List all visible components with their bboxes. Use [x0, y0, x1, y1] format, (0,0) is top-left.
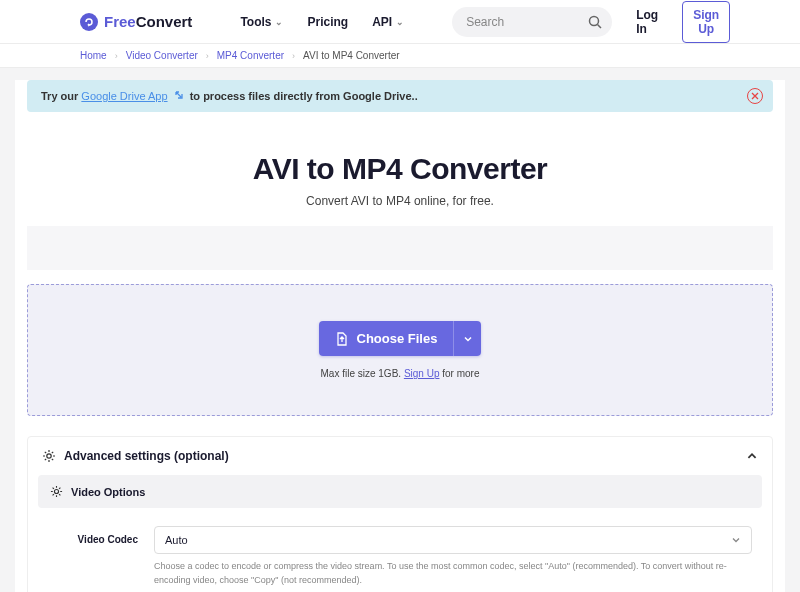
- close-icon: [751, 92, 759, 100]
- video-codec-desc: Choose a codec to encode or compress the…: [154, 560, 752, 587]
- chevron-right-icon: ›: [206, 51, 209, 61]
- page-title: AVI to MP4 Converter: [35, 152, 765, 186]
- breadcrumb: Home › Video Converter › MP4 Converter ›…: [0, 44, 800, 68]
- page-content: Try our Google Drive App to process file…: [15, 80, 785, 592]
- signup-link[interactable]: Sign Up: [404, 368, 440, 379]
- search-icon[interactable]: [588, 15, 602, 29]
- chevron-right-icon: ›: [292, 51, 295, 61]
- svg-line-1: [598, 24, 602, 28]
- gear-icon: [50, 485, 63, 498]
- page-subtitle: Convert AVI to MP4 online, for free.: [35, 194, 765, 208]
- crumb-mp4[interactable]: MP4 Converter: [217, 50, 284, 61]
- signup-button[interactable]: Sign Up: [682, 1, 730, 43]
- chevron-down-icon: [731, 535, 741, 545]
- login-link[interactable]: Log In: [636, 8, 658, 36]
- video-options-header: Video Options: [38, 475, 762, 508]
- video-codec-select[interactable]: Auto: [154, 526, 752, 554]
- gear-icon: [42, 449, 56, 463]
- crumb-video[interactable]: Video Converter: [126, 50, 198, 61]
- banner-link[interactable]: Google Drive App: [81, 90, 167, 102]
- choose-files-group: Choose Files: [319, 321, 482, 356]
- promo-banner: Try our Google Drive App to process file…: [27, 80, 773, 112]
- file-upload-icon: [335, 332, 349, 346]
- logo-icon: [80, 13, 98, 31]
- nav-tools[interactable]: Tools⌄: [240, 15, 283, 29]
- choose-files-dropdown[interactable]: [453, 321, 481, 356]
- nav-api[interactable]: API⌄: [372, 15, 404, 29]
- banner-close-button[interactable]: [747, 88, 763, 104]
- hero: AVI to MP4 Converter Convert AVI to MP4 …: [15, 124, 785, 226]
- logo-text-free: Free: [104, 13, 136, 30]
- chevron-down-icon: [463, 334, 473, 344]
- logo-text-convert: Convert: [136, 13, 193, 30]
- ad-placeholder: [27, 226, 773, 270]
- svg-point-3: [54, 489, 58, 493]
- chevron-right-icon: ›: [115, 51, 118, 61]
- logo[interactable]: FreeConvert: [80, 13, 192, 31]
- chevron-down-icon: ⌄: [396, 17, 404, 27]
- crumb-current: AVI to MP4 Converter: [303, 50, 400, 61]
- banner-suffix: to process files directly from Google Dr…: [190, 90, 418, 102]
- drop-zone[interactable]: Choose Files Max file size 1GB. Sign Up …: [27, 284, 773, 416]
- top-nav: FreeConvert Tools⌄ Pricing API⌄ Log In S…: [0, 0, 800, 44]
- chevron-down-icon: ⌄: [275, 17, 283, 27]
- svg-point-2: [47, 454, 51, 458]
- external-link-icon: [174, 90, 184, 100]
- chevron-up-icon: [746, 450, 758, 462]
- advanced-toggle[interactable]: Advanced settings (optional): [28, 437, 772, 475]
- choose-files-button[interactable]: Choose Files: [319, 321, 454, 356]
- svg-point-0: [590, 16, 599, 25]
- crumb-home[interactable]: Home: [80, 50, 107, 61]
- video-codec-field: Video Codec Auto Choose a codec to encod…: [28, 518, 772, 592]
- max-file-note: Max file size 1GB. Sign Up for more: [48, 368, 752, 379]
- video-codec-label: Video Codec: [48, 526, 138, 587]
- banner-prefix: Try our: [41, 90, 81, 102]
- advanced-settings: Advanced settings (optional) Video Optio…: [27, 436, 773, 592]
- search-wrap: [452, 7, 612, 37]
- nav-pricing[interactable]: Pricing: [307, 15, 348, 29]
